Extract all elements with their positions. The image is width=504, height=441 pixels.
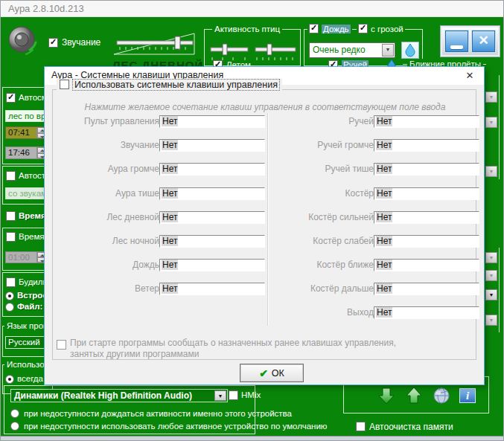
hotkey-value: Нет: [376, 236, 392, 246]
rain-checkbox[interactable]: ✓: [309, 24, 319, 33]
autoswitch-checkbox-label: Автосм: [19, 93, 48, 102]
hotkey-field[interactable]: Нет: [374, 306, 479, 319]
wait-device-radio[interactable]: [10, 409, 19, 418]
hotkey-field[interactable]: Нет: [374, 163, 479, 176]
hotkey-field[interactable]: Нет: [374, 283, 479, 295]
autostart-checkbox[interactable]: [6, 171, 16, 181]
alarm-checkbox[interactable]: [6, 277, 16, 287]
hotkey-label: Аура громче: [54, 164, 159, 174]
hotkey-field[interactable]: Нет: [159, 115, 265, 128]
dropdown-arrow-icon[interactable]: ▼: [485, 315, 497, 326]
dropdown-arrow-icon[interactable]: ▼: [485, 117, 497, 128]
rain-frequency-combo[interactable]: Очень редко ▼: [309, 42, 395, 58]
hotkey-field[interactable]: Нет: [159, 211, 265, 224]
hotkey-row: ДождьНет: [54, 258, 265, 271]
hmix-checkbox[interactable]: [229, 390, 238, 400]
hotkey-field[interactable]: Нет: [159, 139, 265, 152]
hotkeys-hint: Нажмите желаемое сочетание клавиш управл…: [60, 102, 470, 112]
with-sounds-value: со звукам: [8, 189, 45, 198]
dropdown-arrow-icon[interactable]: ▼: [485, 252, 497, 263]
hotkey-field[interactable]: Нет: [159, 259, 265, 271]
hotkey-label: Аура тише: [54, 188, 159, 199]
hotkey-field[interactable]: Нет: [374, 235, 479, 248]
autoclean-checkbox[interactable]: [356, 422, 366, 431]
main-window-title: Аура 2.8.10d.213: [8, 3, 84, 14]
with-sounds-combo[interactable]: со звукам: [5, 187, 45, 199]
hotkey-value: Нет: [376, 188, 392, 199]
globe-button[interactable]: [432, 386, 451, 405]
any-device-radio[interactable]: [10, 422, 19, 431]
hotkey-row: ВетерНет: [54, 282, 265, 295]
forest-by-time-combo[interactable]: лес по вр: [5, 110, 45, 122]
sound-checkbox[interactable]: ✓: [48, 38, 58, 48]
main-titlebar: Аура 2.8.10d.213: [1, 1, 503, 17]
audio-device-panel: Динамики (Realtek High Definition Audio)…: [4, 385, 255, 434]
close-button[interactable]: ✕: [471, 30, 496, 53]
hotkey-row: Костёр ближеНет: [269, 258, 479, 271]
speaker-icon: [5, 23, 45, 62]
dropdown-arrow-icon[interactable]: ▼: [382, 44, 394, 57]
info-button[interactable]: i: [459, 388, 476, 403]
rain-drop-button[interactable]: [401, 42, 419, 59]
hotkey-value: Нет: [376, 307, 392, 318]
hotkeys-fieldset: [52, 89, 476, 360]
hotkey-field[interactable]: Нет: [374, 187, 479, 200]
wait-device-radio-row[interactable]: при недоступности дождаться активности и…: [10, 409, 292, 418]
audio-device-combo[interactable]: Динамики (Realtek High Definition Audio)…: [10, 389, 228, 402]
time1-checkbox[interactable]: [6, 211, 16, 221]
ok-button[interactable]: ✔ ОК: [240, 364, 304, 382]
hotkey-value: Нет: [376, 212, 392, 222]
language-group-caption: Язык прог: [4, 321, 48, 331]
minimize-icon: [450, 45, 463, 49]
hotkey-value: Нет: [162, 212, 178, 222]
minimize-button[interactable]: [444, 30, 469, 53]
hotkey-field[interactable]: Нет: [159, 235, 265, 248]
volume-slider[interactable]: [111, 29, 199, 62]
column-divider: [267, 113, 269, 326]
dropdown-arrow-icon[interactable]: ▼: [485, 270, 497, 281]
hotkey-row: РучейНет: [269, 115, 479, 128]
dropdown-arrow-icon[interactable]: ▼: [485, 166, 497, 177]
hotkey-field[interactable]: Нет: [159, 187, 265, 200]
builtin-radio[interactable]: [5, 292, 14, 300]
hotkey-label: Лес ночной: [54, 236, 159, 246]
enable-hotkeys-label: Использовать системные клавиши управлени…: [73, 80, 279, 90]
time-end-spinner[interactable]: 17:46: [5, 147, 47, 159]
hotkey-field[interactable]: Нет: [159, 163, 265, 176]
download-arrow-button[interactable]: [377, 386, 396, 405]
hotkey-field[interactable]: Нет: [374, 211, 479, 224]
time2-checkbox[interactable]: [6, 232, 16, 242]
birds-density-slider[interactable]: [254, 43, 297, 65]
autoswitch-checkbox[interactable]: ✓: [6, 93, 16, 103]
dropdown-arrow-icon[interactable]: ▼: [485, 91, 497, 103]
wait-device-radio-label: при недоступности дождаться активности и…: [24, 409, 292, 418]
time-end-value: 17:46: [8, 148, 30, 157]
birds-activity-caption: Активность птиц: [212, 24, 282, 34]
window-bottom-edge: [1, 436, 503, 441]
file-radio[interactable]: [5, 303, 14, 312]
duration-value: 01:00: [8, 253, 30, 262]
upload-arrow-button[interactable]: [404, 386, 424, 405]
always-radio[interactable]: [5, 375, 14, 384]
hotkey-value: Нет: [162, 116, 178, 126]
hotkey-field[interactable]: Нет: [374, 139, 479, 152]
hotkey-label: Ручей: [269, 116, 374, 126]
enable-hotkeys-checkbox[interactable]: [60, 80, 69, 89]
forest-by-time-value: лес по вр: [8, 112, 45, 120]
autostart-checkbox-label: Автост: [19, 171, 45, 180]
any-device-radio-row[interactable]: при недоступности использовать любое акт…: [10, 422, 328, 431]
hotkey-value: Нет: [162, 164, 178, 174]
thunder-checkbox[interactable]: ✓: [358, 24, 368, 33]
dropdown-arrow-icon[interactable]: ▼: [214, 390, 226, 401]
time-start-spinner[interactable]: 07:41: [5, 126, 47, 139]
hotkey-field[interactable]: Нет: [159, 283, 265, 295]
language-combo[interactable]: Русский: [5, 336, 47, 349]
dropdown-arrow-icon[interactable]: ▼: [485, 289, 497, 300]
dialog-close-button[interactable]: ✕: [462, 68, 478, 83]
hotkey-field[interactable]: Нет: [374, 115, 479, 128]
rain-checkbox-label: Дождь: [322, 25, 351, 33]
notify-checkbox[interactable]: [57, 340, 66, 350]
aura-main-window: Аура 2.8.10d.213 ✓ Звучание: [0, 0, 504, 441]
hotkey-field[interactable]: Нет: [374, 259, 479, 271]
hotkey-label: Лес дневной: [54, 212, 159, 222]
